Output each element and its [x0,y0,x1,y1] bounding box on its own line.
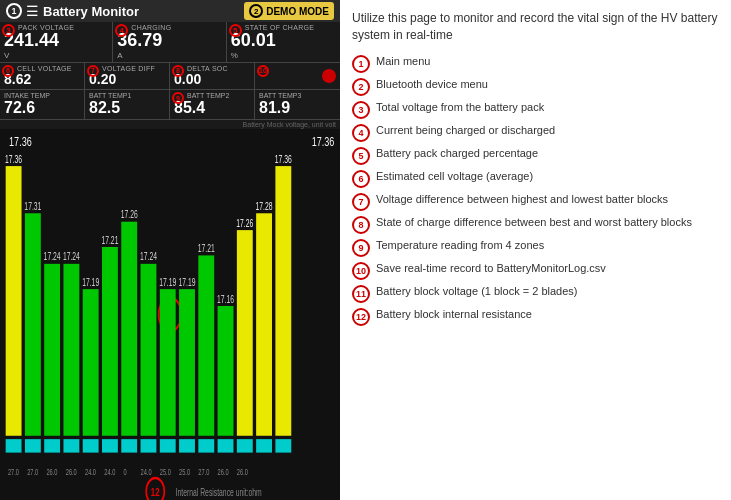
svg-rect-33 [275,166,291,436]
record-cell[interactable]: 10 [255,63,340,89]
svg-rect-49 [275,439,291,452]
legend-circle-11: 11 [352,285,370,303]
left-panel: 1 ☰ Battery Monitor 2 DEMO MODE 3 PACK V… [0,0,340,500]
legend-text-12: Battery block internal resistance [376,307,532,321]
svg-text:24.0: 24.0 [104,468,115,477]
svg-text:25.0: 25.0 [179,468,190,477]
delta-soc-value: 0.00 [174,72,250,87]
batt-temp1-label: BATT TEMP1 [89,92,165,99]
legend-text-10: Save real-time record to BatteryMonitorL… [376,261,606,275]
voltage-diff-value: 0.20 [89,72,165,87]
svg-rect-44 [179,439,195,452]
badge-2: 2 [249,4,263,18]
legend-list: 1 Main menu 2 Bluetooth device menu 3 To… [352,54,719,326]
svg-text:27.0: 27.0 [198,468,209,477]
intake-temp-cell: INTAKE TEMP 72.6 [0,90,85,119]
badge-10: 10 [257,65,269,77]
chart-svg: 17.36 17.36 11 17.36 17.31 17.24 17.24 1… [0,129,340,500]
legend-circle-2: 2 [352,78,370,96]
badge-7: 7 [87,65,99,77]
legend-circle-4: 4 [352,124,370,142]
legend-item: 1 Main menu [352,54,719,73]
svg-text:17.26: 17.26 [121,209,138,221]
svg-rect-48 [256,439,272,452]
soc-value: 60.01 [231,31,336,51]
svg-text:Internal Resistance unit:ohm: Internal Resistance unit:ohm [176,487,262,499]
svg-text:17.36: 17.36 [5,154,22,166]
svg-rect-31 [256,213,272,435]
svg-text:0: 0 [124,468,127,477]
metrics-row2: 6 CELL VOLTAGE 8.62 7 VOLTAGE DIFF 0.20 … [0,63,340,90]
badge-5: 5 [229,24,242,37]
svg-text:17.26: 17.26 [236,218,253,230]
svg-rect-37 [44,439,60,452]
svg-text:12: 12 [151,486,160,499]
svg-text:24.0: 24.0 [141,468,152,477]
voltage-diff-cell: 7 VOLTAGE DIFF 0.20 [85,63,170,89]
svg-rect-13 [83,289,99,436]
legend-text-2: Bluetooth device menu [376,77,488,91]
svg-rect-36 [25,439,41,452]
svg-text:17.28: 17.28 [256,201,273,213]
batt-temp3-value: 81.9 [259,99,336,117]
metrics-row1: 3 PACK VOLTAGE 241.44 V 4 CHARGING 36.79… [0,22,340,63]
demo-mode-button[interactable]: 2 DEMO MODE [244,2,334,20]
watermark: Battery Mock voltage, unit volt [0,120,340,129]
svg-text:27.0: 27.0 [27,468,38,477]
intake-temp-value: 72.6 [4,99,80,117]
svg-rect-17 [121,222,137,436]
legend-item: 11 Battery block voltage (1 block = 2 bl… [352,284,719,303]
badge-1[interactable]: 1 [6,3,22,19]
batt-temp2-label: BATT TEMP2 [187,92,250,99]
soc-cell: 5 STATE OF CHARGE 60.01 % [227,22,340,62]
svg-rect-5 [6,166,22,436]
chart-container: 17.36 17.36 11 17.36 17.31 17.24 17.24 1… [0,129,340,500]
legend-item: 6 Estimated cell voltage (average) [352,169,719,188]
svg-rect-7 [25,213,41,435]
svg-rect-35 [6,439,22,452]
svg-text:17.21: 17.21 [198,243,215,255]
badge-3: 3 [2,24,15,37]
svg-text:25.0: 25.0 [160,468,171,477]
svg-text:26.0: 26.0 [46,468,57,477]
svg-rect-23 [179,289,195,436]
legend-item: 12 Battery block internal resistance [352,307,719,326]
svg-text:26.0: 26.0 [237,468,248,477]
hamburger-icon[interactable]: ☰ [26,3,39,19]
legend-circle-9: 9 [352,239,370,257]
svg-rect-9 [44,264,60,436]
cell-voltage-cell: 6 CELL VOLTAGE 8.62 [0,63,85,89]
svg-rect-29 [237,230,253,436]
batt-temp3-cell: BATT TEMP3 81.9 [255,90,340,119]
legend-circle-5: 5 [352,147,370,165]
svg-rect-42 [141,439,157,452]
svg-text:17.21: 17.21 [101,234,118,246]
charging-unit: A [117,51,221,60]
legend-text-11: Battery block voltage (1 block = 2 blade… [376,284,577,298]
legend-circle-1: 1 [352,55,370,73]
badge-8: 8 [172,65,184,77]
record-dot[interactable] [322,69,336,83]
batt-temp1-value: 82.5 [89,99,165,117]
legend-item: 4 Current being charged or discharged [352,123,719,142]
legend-text-4: Current being charged or discharged [376,123,555,137]
legend-circle-3: 3 [352,101,370,119]
legend-text-6: Estimated cell voltage (average) [376,169,533,183]
svg-rect-27 [218,306,234,436]
legend-text-5: Battery pack charged percentage [376,146,538,160]
intake-temp-label: INTAKE TEMP [4,92,80,99]
svg-rect-25 [198,256,214,436]
legend-circle-7: 7 [352,193,370,211]
delta-soc-cell: 8 DELTA SOC 0.00 [170,63,255,89]
right-panel: Utilize this page to monitor and record … [340,0,731,500]
legend-item: 8 State of charge difference between bes… [352,215,719,234]
legend-circle-12: 12 [352,308,370,326]
legend-item: 9 Temperature reading from 4 zones [352,238,719,257]
legend-text-3: Total voltage from the battery pack [376,100,544,114]
legend-text-8: State of charge difference between best … [376,215,692,229]
svg-rect-39 [83,439,99,452]
cell-voltage-value: 8.62 [4,72,80,87]
charging-cell: 4 CHARGING 36.79 A [113,22,226,62]
svg-rect-45 [198,439,214,452]
svg-text:17.36: 17.36 [275,154,292,166]
